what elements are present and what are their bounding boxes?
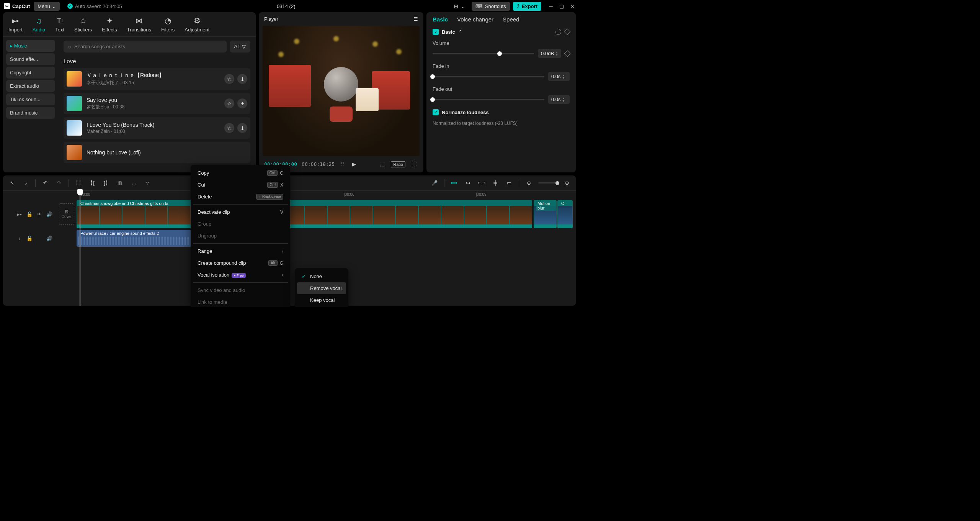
sub-remove-vocal[interactable]: Remove vocal: [297, 282, 346, 294]
effects-icon: ✦: [105, 16, 114, 25]
playhead[interactable]: [80, 190, 80, 306]
tab-effects[interactable]: ✦Effects: [102, 16, 117, 33]
scan-icon[interactable]: ⬚: [379, 160, 386, 169]
ctx-vocal-isolation[interactable]: Vocal isolation● Free›: [193, 269, 288, 281]
zoom-in-button[interactable]: ⊕: [563, 179, 571, 187]
ctx-delete[interactable]: Delete←Backspace: [193, 191, 288, 203]
fadein-value[interactable]: 0.0s▲▼: [548, 72, 570, 81]
download-button[interactable]: ⤓: [237, 74, 247, 84]
track-item[interactable]: Say love you 罗艺歆Elsa · 00:38 ☆ ＋: [64, 93, 250, 114]
zoom-slider[interactable]: [538, 182, 557, 183]
search-input[interactable]: ⌕ Search songs or artists: [64, 41, 227, 52]
marker-tool[interactable]: ▿: [143, 179, 152, 187]
mute-icon[interactable]: 🔊: [46, 211, 53, 218]
fadeout-slider[interactable]: [433, 99, 544, 100]
fadein-slider[interactable]: [433, 76, 544, 77]
ctx-compound[interactable]: Create compound clipAltG: [193, 257, 288, 269]
trim-right-tool[interactable]: ]╏: [102, 179, 110, 187]
eye-icon[interactable]: 👁: [36, 211, 43, 218]
audio-track-icon[interactable]: ♪: [16, 235, 23, 242]
zoom-out-button[interactable]: ⊖: [524, 179, 533, 187]
snap-tool[interactable]: ⊂⊃: [477, 179, 486, 187]
sidebar-item-music[interactable]: ▸ Music: [6, 40, 55, 52]
ctx-deactivate[interactable]: Deactivate clipV: [193, 206, 288, 218]
export-button[interactable]: ⤴ Export: [513, 2, 541, 11]
close-button[interactable]: ✕: [570, 3, 575, 9]
fullscreen-icon[interactable]: ⛶: [410, 160, 418, 169]
track-item[interactable]: Ｖａｌｅｎｔｉｎｅ【Redone】 幸子小姐拜托了 · 03:15 ☆ ⤓: [64, 68, 250, 90]
chevron-up-icon[interactable]: ⌃: [458, 29, 462, 35]
grid-icon[interactable]: ⠿: [339, 160, 346, 169]
menu-button[interactable]: Menu ⌄: [34, 2, 60, 11]
tab-adjustment[interactable]: ⚙Adjustment: [185, 16, 209, 33]
normalize-checkbox[interactable]: ✓: [433, 109, 439, 115]
maximize-button[interactable]: ▢: [559, 3, 564, 9]
play-button[interactable]: ▶: [351, 160, 358, 169]
keyframe-icon[interactable]: [564, 50, 571, 57]
lock-icon[interactable]: 🔓: [26, 235, 33, 242]
undo-button[interactable]: ↶: [41, 179, 49, 187]
sub-keep-vocal[interactable]: Keep vocal: [297, 294, 346, 306]
sidebar-item-sound-effects[interactable]: Sound effe...: [6, 53, 55, 65]
tab-stickers[interactable]: ☆Stickers: [74, 16, 92, 33]
filter-button[interactable]: All ▽: [230, 41, 250, 52]
mic-button[interactable]: 🎤: [430, 179, 439, 187]
download-button[interactable]: ⤓: [237, 123, 247, 133]
tab-basic[interactable]: Basic: [433, 16, 448, 23]
sidebar-item-extract[interactable]: Extract audio: [6, 80, 55, 92]
mute-icon[interactable]: 🔊: [46, 235, 53, 242]
sidebar-item-tiktok[interactable]: TikTok soun...: [6, 93, 55, 105]
lock-icon[interactable]: 🔓: [26, 211, 33, 218]
link-tool[interactable]: ⊶: [464, 179, 472, 187]
track-item[interactable]: I Love You So (Bonus Track) Maher Zain ·…: [64, 117, 250, 139]
add-button[interactable]: ＋: [237, 98, 247, 108]
video-clip[interactable]: C: [557, 200, 573, 228]
track-menu-icon[interactable]: ▸▪: [16, 211, 23, 218]
align-tool[interactable]: ╪: [491, 179, 500, 187]
delete-tool[interactable]: 🗑: [116, 179, 124, 187]
filters-icon: ◔: [163, 16, 173, 25]
tab-audio[interactable]: ♫Audio: [33, 16, 45, 33]
sidebar-item-brand[interactable]: Brand music: [6, 107, 55, 119]
favorite-button[interactable]: ☆: [224, 123, 234, 133]
tab-filters[interactable]: ◔Filters: [161, 16, 175, 33]
player-viewport[interactable]: [263, 26, 420, 156]
ctx-copy[interactable]: CopyCtrlC: [193, 167, 288, 179]
selection-tool[interactable]: ↖: [8, 179, 16, 187]
cover-button[interactable]: 🖼 Cover: [59, 203, 74, 225]
tab-text[interactable]: TIText: [55, 16, 64, 33]
tab-voice-changer[interactable]: Voice changer: [457, 16, 493, 23]
ctx-range[interactable]: Range›: [193, 245, 288, 257]
volume-value[interactable]: 0.0dB▲▼: [538, 49, 561, 58]
fadeout-value[interactable]: 0.0s▲▼: [548, 95, 570, 104]
basic-checkbox[interactable]: ✓: [433, 29, 439, 35]
tag-tool[interactable]: ◡: [129, 179, 138, 187]
volume-slider[interactable]: [433, 53, 534, 54]
tab-import[interactable]: ▸▪Import: [8, 16, 23, 33]
tab-speed[interactable]: Speed: [503, 16, 519, 23]
favorite-button[interactable]: ☆: [224, 74, 234, 84]
ctx-cut[interactable]: CutCtrlX: [193, 179, 288, 191]
sub-none[interactable]: ✓None: [297, 270, 346, 282]
redo-button[interactable]: ↷: [55, 179, 63, 187]
audio-clip[interactable]: Powerful race / car engine sound effects…: [77, 230, 191, 247]
layout-button[interactable]: ⊞ ⌄: [450, 2, 469, 11]
preview-tool[interactable]: ▭: [505, 179, 513, 187]
video-clip[interactable]: Christmas snowglobe and Christmas gifts …: [77, 200, 532, 228]
tool-dropdown[interactable]: ⌄: [21, 179, 30, 187]
keyframe-icon[interactable]: [564, 29, 571, 35]
video-clip[interactable]: Motion blur: [534, 200, 557, 228]
track-item[interactable]: Nothing but Love (Lofi): [64, 142, 250, 163]
player-menu-icon[interactable]: ☰: [413, 16, 418, 22]
shortcuts-button[interactable]: ⌨ Shortcuts: [472, 2, 510, 11]
sidebar-item-copyright[interactable]: Copyright: [6, 67, 55, 79]
track-thumbnail: [67, 120, 82, 136]
magnet-tool[interactable]: ▪━▪: [450, 179, 458, 187]
tab-transitions[interactable]: ⋈Transitions: [127, 16, 151, 33]
split-tool[interactable]: ╎╎: [74, 179, 83, 187]
ratio-button[interactable]: Ratio: [391, 161, 405, 167]
favorite-button[interactable]: ☆: [224, 98, 234, 108]
trim-left-tool[interactable]: ╏[: [88, 179, 96, 187]
reset-icon[interactable]: [554, 28, 562, 36]
minimize-button[interactable]: ─: [548, 3, 554, 9]
